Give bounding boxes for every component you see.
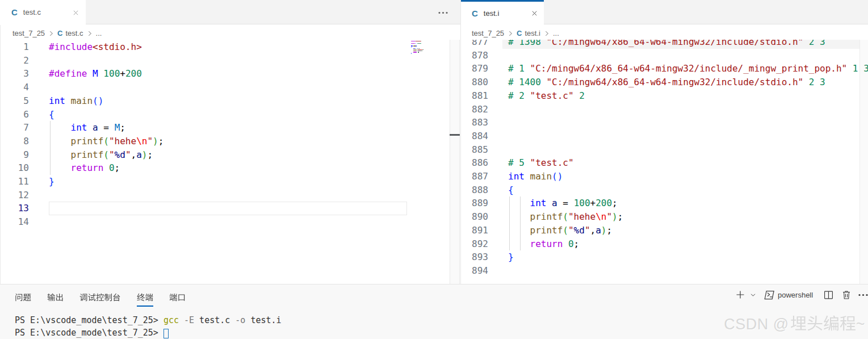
editor-group-separator[interactable] xyxy=(460,0,461,284)
code-token: ( xyxy=(103,136,109,147)
code-token: %d xyxy=(574,225,585,236)
code-line[interactable]: 892 return 0; xyxy=(460,237,868,251)
panel-tab-debug-console[interactable] xyxy=(79,290,121,305)
code-line[interactable]: 6{ xyxy=(0,108,460,122)
c-file-icon: C xyxy=(11,7,18,17)
breadcrumb-symbol[interactable]: ... xyxy=(553,29,559,37)
minimap-line xyxy=(413,52,417,52)
tab-label: test.i xyxy=(484,9,499,18)
tab-test-c[interactable]: C test.c xyxy=(0,0,86,24)
new-terminal-button[interactable] xyxy=(734,287,747,302)
line-number: 9 xyxy=(0,148,29,162)
code-line[interactable]: 5int main() xyxy=(0,94,460,108)
terminal-profile-label[interactable]: powershell xyxy=(778,287,813,302)
tab-test-i[interactable]: C test.i xyxy=(460,0,544,24)
terminal-line: PS E:\vscode_mode\test_7_25> xyxy=(15,327,282,339)
close-icon[interactable] xyxy=(531,10,538,17)
code-token: ; xyxy=(115,162,120,173)
line-number: 1 xyxy=(0,40,29,54)
terminal-output[interactable]: PS E:\vscode_mode\test_7_25> gcc -E test… xyxy=(15,314,282,339)
editor-actions-more[interactable] xyxy=(438,11,448,15)
code-token: 200 xyxy=(596,198,612,208)
code-line[interactable]: 893} xyxy=(460,250,868,264)
code-token: , xyxy=(131,149,137,160)
breadcrumb-folder[interactable]: test_7_25 xyxy=(12,29,45,37)
code-token: M xyxy=(93,68,98,79)
editor-test-c[interactable]: 1#include<stdio.h>23#define M 100+20045i… xyxy=(0,40,460,284)
line-text: printf("%d",a); xyxy=(508,224,612,237)
launch-profile-chevron-icon[interactable] xyxy=(748,287,757,302)
panel-tab-terminal[interactable] xyxy=(137,290,153,305)
code-line[interactable]: 4 xyxy=(0,81,460,94)
line-number: 894 xyxy=(460,264,488,278)
code-line[interactable]: 887int main() xyxy=(460,170,868,183)
kill-terminal-button[interactable] xyxy=(838,287,854,302)
code-line[interactable]: 2 xyxy=(0,54,460,68)
code-line[interactable]: 882 xyxy=(460,103,868,116)
code-token: int xyxy=(530,198,547,208)
panel-tab-ports[interactable] xyxy=(169,290,186,305)
code-line[interactable]: 886# 5 "test.c" xyxy=(460,156,868,170)
minimap-line xyxy=(419,48,420,49)
breadcrumb-folder[interactable]: test_7_25 xyxy=(472,29,504,37)
code-token: " xyxy=(125,149,131,160)
code-line[interactable]: 888{ xyxy=(460,183,868,197)
code-line[interactable]: 8 printf("hehe\n"); xyxy=(0,135,460,148)
code-line[interactable]: 10 return 0; xyxy=(0,161,460,175)
line-number: 892 xyxy=(460,237,488,251)
code-line[interactable]: 7 int a = M; xyxy=(0,121,460,135)
terminal-token: PS E:\vscode_mode\test_7_25> xyxy=(15,328,163,338)
code-token: "test.c" xyxy=(530,90,574,101)
code-line[interactable]: 890 printf("hehe\n"); xyxy=(460,210,868,224)
code-line[interactable]: 879# 1 "C:/mingw64/x86_64-w64-mingw32/in… xyxy=(460,62,868,76)
minimap[interactable] xyxy=(411,40,450,284)
watermark-latin: CSDN @ xyxy=(724,316,789,333)
code-token: " xyxy=(568,225,574,236)
code-token xyxy=(87,122,93,133)
code-line[interactable]: 894 xyxy=(460,264,868,278)
code-line[interactable]: 11} xyxy=(0,175,460,189)
code-line[interactable]: 3#define M 100+200 xyxy=(0,67,460,81)
code-token xyxy=(557,198,563,208)
code-token: int xyxy=(508,171,525,182)
code-line[interactable]: 9 printf("%d",a); xyxy=(0,148,460,162)
code-token: <stdio.h> xyxy=(93,41,142,52)
code-line[interactable]: 881# 2 "test.c" 2 xyxy=(460,89,868,103)
code-line[interactable]: 13 xyxy=(0,202,460,215)
code-line[interactable]: 880# 1400 "C:/mingw64/x86_64-w64-mingw32… xyxy=(460,76,868,89)
code-token: # 1400 xyxy=(508,77,546,87)
line-text: { xyxy=(49,108,54,122)
tabbar-right-group: C test.i xyxy=(460,0,868,24)
panel-tab-problems[interactable] xyxy=(15,290,31,305)
code-token: { xyxy=(49,109,54,120)
code-token: ; xyxy=(606,225,612,236)
code-line[interactable]: 877# 1398 "C:/mingw64/x86_64-w64-mingw32… xyxy=(460,40,868,49)
code-line[interactable]: 885 xyxy=(460,143,868,157)
code-line[interactable]: 891 printf("%d",a); xyxy=(460,224,868,237)
code-token: + xyxy=(120,68,125,79)
close-icon[interactable] xyxy=(72,9,79,16)
minimap-line xyxy=(411,43,415,44)
editor-test-i[interactable]: 877# 1398 "C:/mingw64/x86_64-w64-mingw32… xyxy=(460,40,868,284)
code-line[interactable]: 889 int a = 100+200; xyxy=(460,196,868,210)
line-number: 888 xyxy=(460,183,488,197)
code-line[interactable]: 1#include<stdio.h> xyxy=(0,40,460,54)
code-token: 100 xyxy=(103,68,120,79)
panel-more-actions[interactable] xyxy=(857,287,868,302)
code-token: = xyxy=(103,122,109,133)
line-number: 881 xyxy=(460,89,488,103)
breadcrumb-file[interactable]: Ctest.i xyxy=(517,29,540,37)
code-line[interactable]: 878 xyxy=(460,49,868,62)
panel-tab-output[interactable] xyxy=(47,290,64,305)
line-text: printf("%d",a); xyxy=(49,148,153,162)
line-text: # 1400 "C:/mingw64/x86_64-w64-mingw32/in… xyxy=(508,76,825,89)
breadcrumb-symbol[interactable]: ... xyxy=(96,29,102,37)
split-terminal-button[interactable] xyxy=(820,287,836,302)
code-line[interactable]: 883 xyxy=(460,116,868,129)
code-line[interactable]: 12 xyxy=(0,189,460,202)
breadcrumb-file[interactable]: Ctest.c xyxy=(57,29,83,37)
scrollbar-left-editor[interactable] xyxy=(450,40,460,284)
code-line[interactable]: 884 xyxy=(460,129,868,143)
code-line[interactable]: 14 xyxy=(0,215,460,229)
terminal-powershell-icon[interactable] xyxy=(762,287,776,302)
